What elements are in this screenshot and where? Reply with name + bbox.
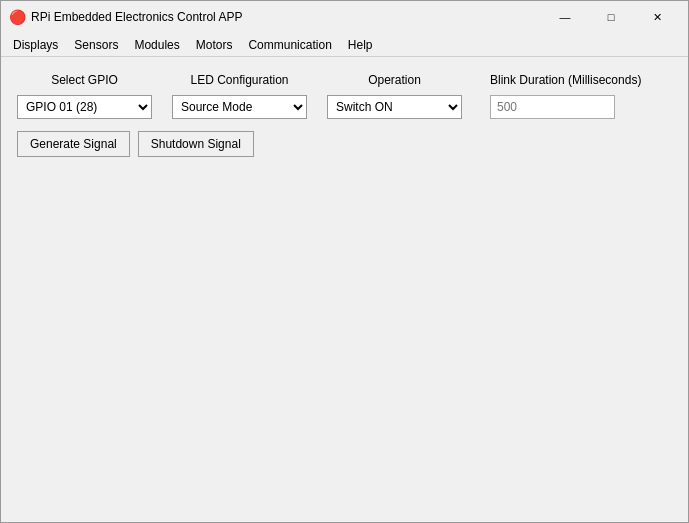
blink-group: Blink Duration (Milliseconds)	[490, 73, 641, 119]
app-title: RPi Embedded Electronics Control APP	[31, 10, 542, 24]
generate-signal-button[interactable]: Generate Signal	[17, 131, 130, 157]
title-bar: 🔴 RPi Embedded Electronics Control APP —…	[1, 1, 688, 33]
maximize-button[interactable]: □	[588, 1, 634, 33]
close-button[interactable]: ✕	[634, 1, 680, 33]
operation-select[interactable]: Switch ON Switch OFF Blink	[327, 95, 462, 119]
menu-communication[interactable]: Communication	[240, 34, 339, 56]
buttons-row: Generate Signal Shutdown Signal	[17, 131, 672, 157]
menu-displays[interactable]: Displays	[5, 34, 66, 56]
led-group: LED Configuration Source Mode Sink Mode	[172, 73, 307, 119]
gpio-select[interactable]: GPIO 01 (28)	[17, 95, 152, 119]
menu-motors[interactable]: Motors	[188, 34, 241, 56]
menu-modules[interactable]: Modules	[126, 34, 187, 56]
gpio-group: Select GPIO GPIO 01 (28)	[17, 73, 152, 119]
led-select[interactable]: Source Mode Sink Mode	[172, 95, 307, 119]
gpio-label: Select GPIO	[17, 73, 152, 87]
main-window: 🔴 RPi Embedded Electronics Control APP —…	[0, 0, 689, 523]
controls-row: Select GPIO GPIO 01 (28) LED Configurati…	[17, 73, 672, 119]
menu-help[interactable]: Help	[340, 34, 381, 56]
menu-bar: Displays Sensors Modules Motors Communic…	[1, 33, 688, 57]
blink-label: Blink Duration (Milliseconds)	[490, 73, 641, 87]
shutdown-signal-button[interactable]: Shutdown Signal	[138, 131, 254, 157]
led-label: LED Configuration	[172, 73, 307, 87]
content-area: Select GPIO GPIO 01 (28) LED Configurati…	[1, 57, 688, 522]
minimize-button[interactable]: —	[542, 1, 588, 33]
operation-label: Operation	[327, 73, 462, 87]
menu-sensors[interactable]: Sensors	[66, 34, 126, 56]
operation-group: Operation Switch ON Switch OFF Blink	[327, 73, 462, 119]
blink-input[interactable]	[490, 95, 615, 119]
app-icon: 🔴	[9, 9, 25, 25]
window-controls: — □ ✕	[542, 1, 680, 33]
